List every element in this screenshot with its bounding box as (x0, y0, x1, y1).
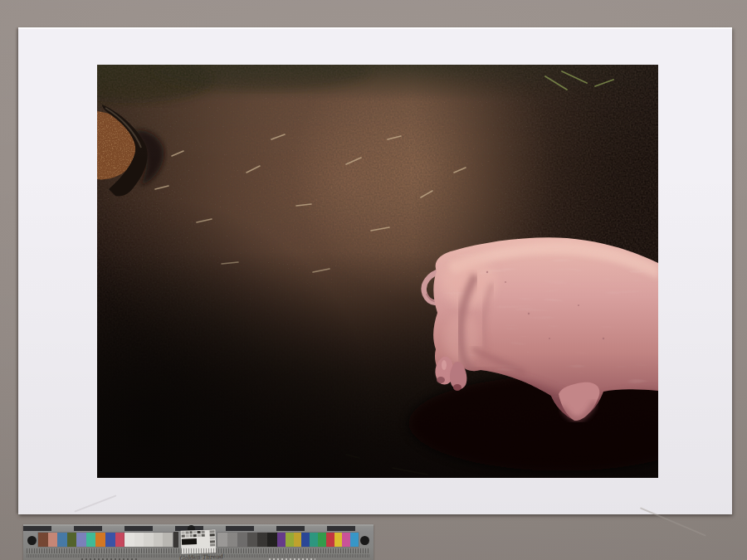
color-patch (350, 533, 359, 547)
color-patch (57, 533, 67, 547)
color-patch (95, 533, 105, 547)
color-patch (154, 533, 164, 547)
color-patch (286, 533, 294, 547)
target-mini-column (210, 530, 216, 546)
color-patch (301, 533, 310, 547)
color-patch (342, 533, 350, 547)
color-patch (257, 533, 267, 547)
ruler-script-label: Golden Thread (179, 553, 223, 560)
photo-artwork (97, 65, 658, 478)
color-patch (217, 533, 227, 547)
ruler-ticks (27, 548, 370, 553)
color-patch (144, 533, 154, 547)
color-patch (105, 533, 115, 547)
pig-hoof-tip (453, 384, 461, 391)
color-patch (326, 533, 334, 547)
color-patch (163, 533, 173, 547)
photo-print-paper (18, 27, 732, 514)
registration-dot-left (27, 536, 37, 545)
color-patch (267, 533, 277, 547)
gray-ramp-light (124, 533, 173, 547)
color-patch (310, 533, 318, 547)
photograph (97, 65, 658, 478)
color-patch (48, 533, 58, 547)
color-patches-right (277, 533, 359, 547)
target-mini-patches (182, 531, 205, 538)
color-patch (86, 533, 96, 547)
pig-trotter-highlight (442, 360, 447, 370)
color-patch (76, 533, 86, 547)
digitization-backdrop: Golden Thread (0, 0, 747, 560)
pig (408, 237, 658, 471)
ruler-separator (173, 532, 178, 548)
pig-hoof-tip (437, 377, 445, 383)
color-patch (115, 533, 125, 547)
color-patch (67, 533, 77, 547)
color-patch (277, 533, 286, 547)
color-patch (124, 533, 134, 547)
color-patch (38, 533, 48, 547)
color-patch (247, 533, 257, 547)
paper-crease (74, 494, 116, 512)
gray-ramp-dark (217, 533, 277, 547)
color-patch (318, 533, 326, 547)
color-patch (227, 533, 237, 547)
color-patch (334, 533, 343, 547)
calibration-ruler: Golden Thread (23, 524, 374, 560)
color-patches-left (38, 533, 124, 547)
color-patch (134, 533, 144, 547)
color-patch (294, 533, 302, 547)
target-density-bar (182, 538, 197, 545)
color-patch (237, 533, 247, 547)
registration-dot-right (360, 536, 369, 545)
